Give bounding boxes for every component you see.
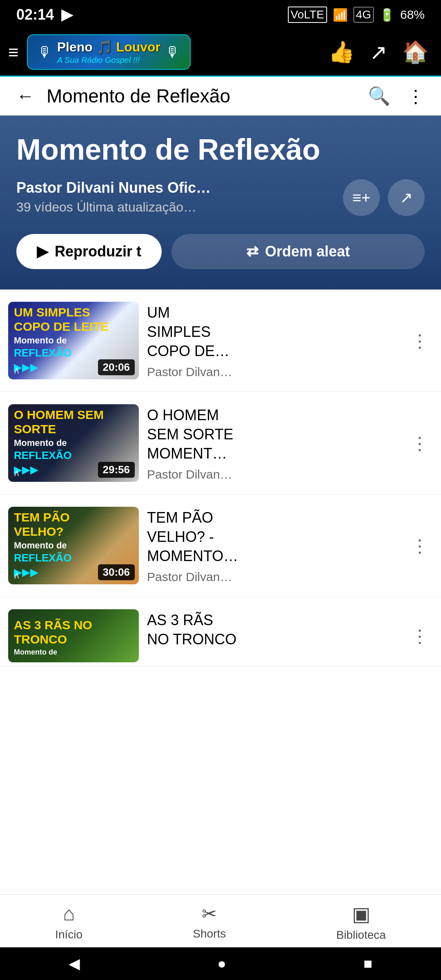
bottom-nav-shorts[interactable]: ✂ Shorts	[193, 903, 226, 940]
thumbnail-1: UM SIMPLESCOPO DE LEITE Momento de REFLE…	[8, 302, 139, 379]
video-list: UM SIMPLESCOPO DE LEITE Momento de REFLE…	[0, 290, 441, 667]
video-channel-1: Pastor Dilvan…	[147, 365, 399, 379]
video-title-1: UMSIMPLESCOPO DE…	[147, 303, 399, 361]
status-bar: 02:14 ▶ VoLTE 📶 4G 🔋 68%	[0, 0, 441, 29]
video-item-2[interactable]: O HOMEM SEMSORTE Momento de REFLEXÃO ▶▶▶…	[0, 392, 441, 494]
video-item-4[interactable]: AS 3 RÃS NOTRONCO Momento de AS 3 RÃSNO …	[0, 597, 441, 667]
add-queue-icon: ≡+	[352, 189, 370, 207]
android-nav: ◀ ● ■	[0, 947, 441, 980]
android-recent[interactable]: ■	[363, 955, 372, 972]
more-options-3[interactable]: ⋮	[407, 531, 429, 560]
chevron-up-3: ∧	[13, 570, 20, 581]
status-left: 02:14 ▶	[16, 6, 73, 23]
bottom-nav-library[interactable]: ▣ Biblioteca	[336, 902, 385, 942]
shuffle-icon: ⇄	[246, 243, 258, 260]
thumb-logo-1: REFLEXÃO	[14, 347, 133, 359]
logo-name: Pleno 🎵 Louvor	[57, 39, 160, 55]
thumbnail-2: O HOMEM SEMSORTE Momento de REFLEXÃO ▶▶▶…	[8, 404, 139, 482]
share-header-icon[interactable]: ↗	[370, 40, 388, 65]
nav-bar: ← Momento de Reflexão 🔍 ⋮	[0, 77, 441, 116]
status-time: 02:14	[16, 6, 54, 23]
playlist-meta-right: ≡+ ↗	[343, 179, 425, 216]
add-to-queue-button[interactable]: ≡+	[343, 179, 380, 216]
nav-icons: 🔍 ⋮	[368, 85, 425, 107]
thumbs-up-icon[interactable]: 👍	[328, 40, 355, 65]
more-options-2[interactable]: ⋮	[407, 429, 429, 458]
chevron-up-1: ∧	[13, 365, 20, 376]
library-nav-label: Biblioteca	[336, 929, 385, 942]
thumb-logo-2: REFLEXÃO	[14, 449, 133, 462]
shuffle-label: Ordem aleat	[265, 243, 350, 260]
thumb-subtitle-1: Momento de	[14, 335, 133, 346]
video-title-2: O HOMEMSEM SORTEMOMENT…	[147, 406, 399, 463]
back-button[interactable]: ←	[16, 86, 34, 106]
video-item-3[interactable]: TEM PÃOVELHO? Momento de REFLEXÃO ▶▶▶ 30…	[0, 494, 441, 597]
play-icon: ▶	[61, 6, 73, 23]
playlist-meta-left: Pastor Dilvani Nunes Ofic… 39 vídeos Últ…	[16, 179, 343, 215]
logo-highlight: 🎵	[96, 40, 113, 54]
search-icon[interactable]: 🔍	[368, 85, 390, 107]
mic-right-icon: 🎙	[165, 44, 180, 61]
more-options-1[interactable]: ⋮	[407, 326, 429, 355]
thumb-subtitle-3: Momento de	[14, 540, 133, 551]
shorts-nav-label: Shorts	[193, 927, 226, 940]
play-all-icon: ▶	[37, 243, 48, 260]
playlist-meta-row: Pastor Dilvani Nunes Ofic… 39 vídeos Últ…	[16, 179, 425, 216]
logo-louvor: Louvor	[116, 40, 160, 54]
chevron-up-2: ∧	[13, 467, 20, 479]
video-channel-3: Pastor Dilvan…	[147, 570, 399, 584]
header-left: ≡ 🎙 Pleno 🎵 Louvor A Sua Rádio Gospel !!…	[8, 34, 191, 70]
logo-text-block: Pleno 🎵 Louvor A Sua Rádio Gospel !!!	[57, 39, 160, 65]
duration-1: 20:06	[98, 359, 135, 375]
video-item-1[interactable]: UM SIMPLESCOPO DE LEITE Momento de REFLE…	[0, 290, 441, 392]
page-title: Momento de Reflexão	[47, 85, 356, 107]
thumb-title-1: UM SIMPLESCOPO DE LEITE	[14, 305, 133, 334]
more-options-icon[interactable]: ⋮	[407, 86, 425, 107]
home-nav-icon: ⌂	[63, 902, 75, 925]
thumb-subtitle-2: Momento de	[14, 438, 133, 448]
logo-container: 🎙 Pleno 🎵 Louvor A Sua Rádio Gospel !!! …	[27, 34, 191, 70]
header-right: 👍 ↗ 🏠	[328, 40, 429, 65]
thumb-logo-3: REFLEXÃO	[14, 552, 133, 564]
video-info-1: UMSIMPLESCOPO DE… Pastor Dilvan…	[147, 302, 399, 379]
video-title-4: AS 3 RÃSNO TRONCO	[147, 611, 399, 649]
share-playlist-button[interactable]: ↗	[388, 179, 425, 216]
video-info-3: TEM PÃOVELHO? -MOMENTO… Pastor Dilvan…	[147, 507, 399, 584]
bottom-nav-home[interactable]: ⌂ Início	[55, 902, 82, 941]
thumb-subtitle-4: Momento de	[14, 648, 133, 657]
home-nav-label: Início	[55, 928, 82, 941]
video-title-3: TEM PÃOVELHO? -MOMENTO…	[147, 508, 399, 566]
mic-left-icon: 🎙	[38, 44, 52, 61]
logo-subtitle: A Sua Rádio Gospel !!!	[57, 56, 160, 65]
library-nav-icon: ▣	[352, 902, 370, 925]
app-header: ≡ 🎙 Pleno 🎵 Louvor A Sua Rádio Gospel !!…	[0, 29, 441, 77]
thumb-title-2: O HOMEM SEMSORTE	[14, 408, 133, 436]
home-header-icon[interactable]: 🏠	[402, 40, 429, 65]
thumb-title-4: AS 3 RÃS NOTRONCO	[14, 618, 133, 646]
playlist-info: 39 vídeos Última atualização…	[16, 200, 343, 215]
play-all-button[interactable]: ▶ Reproduzir t	[16, 234, 162, 269]
thumbnail-3: TEM PÃOVELHO? Momento de REFLEXÃO ▶▶▶ 30…	[8, 507, 139, 584]
duration-3: 30:06	[98, 564, 135, 580]
status-right: VoLTE 📶 4G 🔋 68%	[288, 7, 425, 23]
playlist-header: Momento de Reflexão Pastor Dilvani Nunes…	[0, 116, 441, 290]
playlist-channel[interactable]: Pastor Dilvani Nunes Ofic…	[16, 179, 343, 196]
logo-box: 🎙 Pleno 🎵 Louvor A Sua Rádio Gospel !!! …	[27, 34, 191, 70]
network-icon: 4G	[354, 7, 374, 22]
video-channel-2: Pastor Dilvan…	[147, 468, 399, 481]
thumb-bg-4: AS 3 RÃS NOTRONCO Momento de	[8, 609, 139, 662]
android-back[interactable]: ◀	[69, 955, 80, 972]
more-options-4[interactable]: ⋮	[407, 621, 429, 650]
android-home[interactable]: ●	[217, 955, 226, 972]
shuffle-button[interactable]: ⇄ Ordem aleat	[172, 234, 425, 269]
signal-icon: VoLTE	[288, 7, 327, 23]
playlist-actions: ▶ Reproduzir t ⇄ Ordem aleat	[16, 234, 425, 269]
hamburger-menu-icon[interactable]: ≡	[8, 43, 19, 61]
video-info-2: O HOMEMSEM SORTEMOMENT… Pastor Dilvan…	[147, 404, 399, 481]
battery-level: 68%	[400, 8, 425, 22]
thumb-title-3: TEM PÃOVELHO?	[14, 510, 133, 539]
video-info-4: AS 3 RÃSNO TRONCO	[147, 609, 399, 653]
thumbnail-4: AS 3 RÃS NOTRONCO Momento de	[8, 609, 139, 662]
wifi-icon: 📶	[333, 8, 348, 22]
duration-2: 29:56	[98, 462, 135, 478]
